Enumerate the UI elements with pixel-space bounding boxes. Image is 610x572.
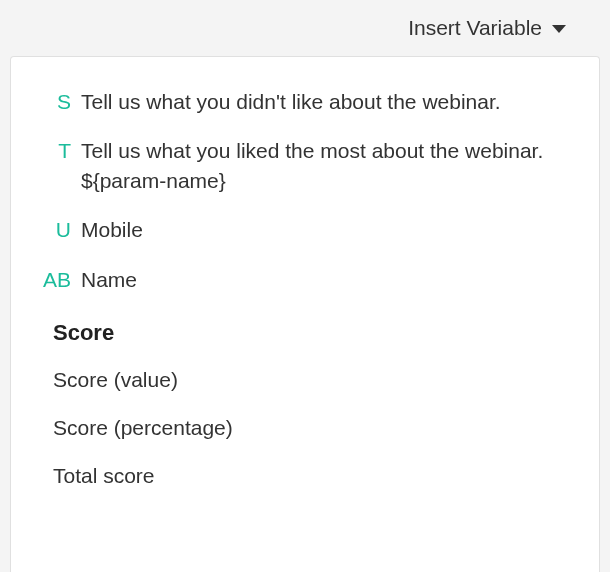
variable-item-u[interactable]: U Mobile bbox=[11, 205, 599, 254]
variable-text: Tell us what you liked the most about th… bbox=[81, 136, 565, 195]
variable-letter: AB bbox=[41, 265, 71, 294]
variable-item-t[interactable]: T Tell us what you liked the most about … bbox=[11, 126, 599, 205]
variable-item-ab[interactable]: AB Name bbox=[11, 255, 599, 304]
variable-letter: S bbox=[53, 87, 71, 116]
variable-letter: T bbox=[53, 136, 71, 165]
insert-variable-button[interactable]: Insert Variable bbox=[408, 16, 566, 40]
variable-text: Tell us what you didn't like about the w… bbox=[81, 87, 501, 116]
variable-text: Mobile bbox=[81, 215, 143, 244]
variable-letter: U bbox=[53, 215, 71, 244]
score-item-total[interactable]: Total score bbox=[11, 452, 599, 500]
variable-item-s[interactable]: S Tell us what you didn't like about the… bbox=[11, 77, 599, 126]
chevron-down-icon bbox=[552, 25, 566, 33]
score-section-header: Score bbox=[11, 304, 599, 356]
score-item-percentage[interactable]: Score (percentage) bbox=[11, 404, 599, 452]
toolbar: Insert Variable bbox=[0, 0, 610, 56]
insert-variable-label: Insert Variable bbox=[408, 16, 542, 40]
variable-text: Name bbox=[81, 265, 137, 294]
score-item-value[interactable]: Score (value) bbox=[11, 356, 599, 404]
variable-dropdown: S Tell us what you didn't like about the… bbox=[10, 56, 600, 572]
